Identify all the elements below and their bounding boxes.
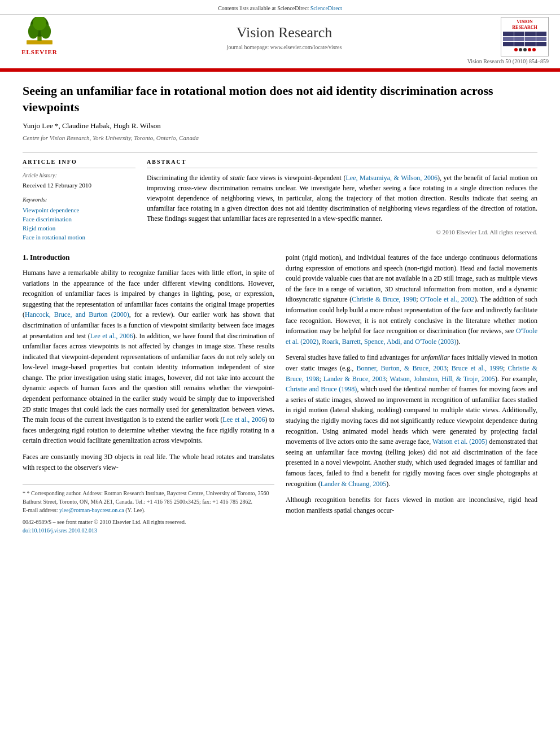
article-info-heading: ARTICLE INFO xyxy=(23,158,135,169)
email-author: (Y. Lee). xyxy=(124,507,146,513)
homepage-text: journal homepage: www.elsevier.com/locat… xyxy=(227,44,342,50)
ref-roark[interactable]: Roark, Barrett, Spence, Abdi, and O'Tool… xyxy=(322,338,456,346)
ref-otoole-2002[interactable]: O'Toole et al., 2002 xyxy=(420,295,474,303)
section-number: 1. xyxy=(23,253,28,261)
ref-lander-bruce[interactable]: Lander & Bruce, 2003 xyxy=(323,375,386,383)
article-info: ARTICLE INFO Article history: Received 1… xyxy=(23,158,135,242)
issn-line: 0042-6989/$ – see front matter © 2010 El… xyxy=(23,518,274,526)
ref-hancock[interactable]: Hancock, Bruce, and Burton (2000) xyxy=(25,311,129,318)
vr-logo-text: VISION RESEARCH xyxy=(503,19,546,30)
sciencedirect-text: Contents lists available at ScienceDirec… xyxy=(218,5,309,11)
article-meta-block: ARTICLE INFO Article history: Received 1… xyxy=(23,152,537,242)
ref-lee-2006b[interactable]: Lee et al., 2006 xyxy=(90,332,133,340)
doi-section: 0042-6989/$ – see front matter © 2010 El… xyxy=(23,518,274,535)
journal-title-center: Vision Research journal homepage: www.el… xyxy=(68,22,501,51)
keyword-rigid[interactable]: Rigid motion xyxy=(23,224,135,233)
vr-logo-grid xyxy=(503,32,546,46)
intro-title: 1. Introduction xyxy=(23,252,274,263)
ref-christie-bruce-ex[interactable]: Christie and Bruce (1998) xyxy=(286,385,357,393)
journal-homepage: journal homepage: www.elsevier.com/locat… xyxy=(68,43,501,52)
keyword-rotational[interactable]: Face in rotational motion xyxy=(23,233,135,242)
ref-watson-2005[interactable]: Watson et al. (2005) xyxy=(432,438,487,445)
keyword-viewpoint[interactable]: Viewpoint dependence xyxy=(23,206,135,215)
svg-rect-0 xyxy=(27,40,53,44)
ref-lee-2006c[interactable]: Lee et al., 2006 xyxy=(222,416,265,423)
right-para-2: Several studies have failed to find adva… xyxy=(286,352,537,489)
ref-lee-2006[interactable]: Lee, Matsumiya, & Wilson, 2006 xyxy=(345,174,437,182)
ref-lander-chuang[interactable]: Lander & Chuang, 2005 xyxy=(321,480,387,488)
keywords-section: Keywords: Viewpoint dependence Face disc… xyxy=(23,196,135,242)
article-title: Seeing an unfamiliar face in rotational … xyxy=(23,83,537,115)
sciencedirect-link[interactable]: ScienceDirect xyxy=(310,5,342,11)
content: Seeing an unfamiliar face in rotational … xyxy=(0,72,560,546)
right-para-3: Although recognition benefits for faces … xyxy=(286,495,537,516)
history-label: Article history: xyxy=(23,172,135,180)
ref-watson[interactable]: Watson, Johnston, Hill, & Troje, 2005 xyxy=(390,375,495,383)
vr-logo-dots xyxy=(503,48,546,51)
email-link[interactable]: ylee@rotman-baycrest.on.ca xyxy=(59,507,124,513)
intro-para-2: Faces are constantly moving 3D objects i… xyxy=(23,452,274,473)
elsevier-label: ELSEVIER xyxy=(21,48,58,57)
doi-anchor[interactable]: doi:10.1016/j.visres.2010.02.013 xyxy=(23,527,97,534)
copyright: © 2010 Elsevier Ltd. All rights reserved… xyxy=(147,228,537,237)
ref-christie-bruce[interactable]: Christie & Bruce, 1998 xyxy=(352,295,416,303)
right-column: point (rigid motion), and individual fea… xyxy=(286,252,537,535)
doi-link[interactable]: doi:10.1016/j.visres.2010.02.013 xyxy=(23,526,274,535)
left-column: 1. Introduction Humans have a remarkable… xyxy=(23,252,274,535)
body-columns: 1. Introduction Humans have a remarkable… xyxy=(23,252,537,535)
corresponding-text: * Corresponding author. Address: Rotman … xyxy=(23,490,269,505)
section-heading: Introduction xyxy=(30,253,70,261)
footnotes: * * Corresponding author. Address: Rotma… xyxy=(23,484,274,535)
ref-bonner[interactable]: Bonner, Burton, & Bruce, 2003 xyxy=(357,364,447,372)
ref-bruce-1999[interactable]: Bruce et al., 1999 xyxy=(452,364,503,372)
journal-header-top: Contents lists available at ScienceDirec… xyxy=(0,3,560,15)
corresponding-symbol: * xyxy=(23,490,27,496)
history-section: Article history: Received 12 February 20… xyxy=(23,172,135,190)
affiliation: Centre for Vision Research, York Univers… xyxy=(23,134,537,143)
email-label: E-mail address: xyxy=(23,507,59,513)
page: Contents lists available at ScienceDirec… xyxy=(0,0,560,747)
elsevier-tree-icon xyxy=(23,17,56,48)
vision-research-logo: VISION RESEARCH xyxy=(501,17,549,56)
abstract-text: Discriminating the identity of static fa… xyxy=(147,173,537,224)
abstract-section: ABSTRACT Discriminating the identity of … xyxy=(147,158,537,242)
footnote-email: E-mail address: ylee@rotman-baycrest.on.… xyxy=(23,506,274,514)
received-date: Received 12 February 2010 xyxy=(23,181,135,190)
intro-para-1: Humans have a remarkable ability to reco… xyxy=(23,268,274,446)
footnote-corresponding: * * Corresponding author. Address: Rotma… xyxy=(23,489,274,506)
journal-ref-line: Vision Research 50 (2010) 854–859 xyxy=(0,56,560,68)
keyword-face-disc[interactable]: Face discrimination xyxy=(23,215,135,224)
author-names: Yunjo Lee *, Claudine Habak, Hugh R. Wil… xyxy=(23,121,161,130)
right-para-1: point (rigid motion), and individual fea… xyxy=(286,252,537,347)
abstract-heading: ABSTRACT xyxy=(147,158,537,169)
elsevier-logo: ELSEVIER xyxy=(11,17,68,57)
journal-header: Contents lists available at ScienceDirec… xyxy=(0,0,560,69)
journal-title: Vision Research xyxy=(68,22,501,43)
authors: Yunjo Lee *, Claudine Habak, Hugh R. Wil… xyxy=(23,121,537,132)
journal-header-main: ELSEVIER Vision Research journal homepag… xyxy=(0,17,560,57)
keywords-label: Keywords: xyxy=(23,196,135,204)
